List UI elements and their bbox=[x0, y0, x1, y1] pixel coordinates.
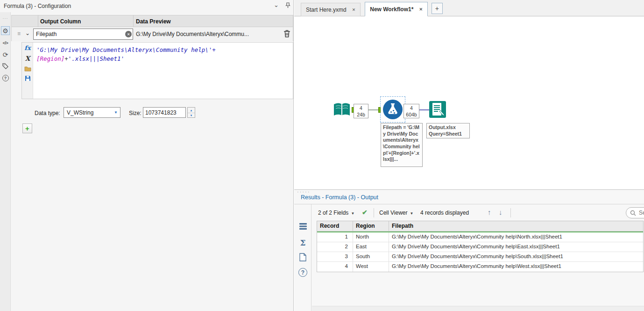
grid-header-row: Record Region Filepath bbox=[317, 221, 643, 231]
caret-down-icon: ▼ bbox=[410, 211, 413, 216]
results-title: Results - Formula (3) - Output bbox=[301, 194, 378, 201]
pin-icon[interactable] bbox=[285, 2, 290, 10]
next-arrow-icon[interactable]: ↓ bbox=[499, 208, 502, 216]
tab-label: Start Here.yxmd bbox=[306, 7, 347, 13]
cell-record: 4 bbox=[317, 262, 353, 272]
annotation-line: Output.xlsx bbox=[429, 124, 467, 131]
cell-viewer-dropdown[interactable]: Cell Viewer▼ bbox=[379, 210, 413, 216]
table-rows-icon[interactable] bbox=[294, 223, 311, 230]
row-chevron-icon[interactable]: ⌄ bbox=[25, 30, 30, 36]
spinner-down-icon[interactable]: ▼ bbox=[188, 113, 195, 118]
row-drag-handle[interactable]: ≡ bbox=[17, 30, 21, 37]
data-preview-value: G:\My Drive\My Documents\Alteryx\Commu..… bbox=[136, 31, 281, 37]
expression-toolbar: fx X bbox=[22, 43, 33, 99]
tab-close-icon[interactable]: ✕ bbox=[352, 7, 356, 12]
apply-check-icon[interactable]: ✔ bbox=[362, 209, 368, 216]
code-icon[interactable]: </> bbox=[1, 38, 10, 47]
formula-tool[interactable] bbox=[382, 99, 403, 121]
new-tab-button[interactable]: + bbox=[432, 3, 443, 14]
configuration-title: Formula (3) - Configuration bbox=[4, 3, 71, 9]
help-icon[interactable]: ? bbox=[294, 268, 311, 277]
tag-icon[interactable] bbox=[1, 62, 10, 71]
workspace: Start Here.yxmd ✕ New Workflow1* ✕ + 4 2… bbox=[294, 0, 644, 311]
expression-editor[interactable]: fx X 'G:\My Drive\My Documents\Alteryx\C… bbox=[21, 42, 293, 99]
output-data-tool[interactable] bbox=[429, 101, 446, 120]
configuration-titlebar: Formula (3) - Configuration ⌄ bbox=[0, 0, 293, 12]
expression-operator: + bbox=[64, 55, 68, 62]
config-icon-strip: ··· ⚙ </> ⟳ ? bbox=[0, 12, 11, 311]
records-displayed-label: 4 records displayed bbox=[420, 210, 469, 216]
workflow-canvas[interactable]: 4 24b 4 604b bbox=[294, 16, 644, 189]
tab-start-here[interactable]: Start Here.yxmd ✕ bbox=[301, 3, 361, 16]
output-column-header: Output Column bbox=[40, 18, 81, 25]
table-row[interactable]: 3 South G:\My Drive\My Documents\Alteryx… bbox=[317, 252, 643, 262]
help-icon[interactable]: ? bbox=[1, 73, 10, 82]
expression-text[interactable]: 'G:\My Drive\My Documents\Alteryx\Commun… bbox=[36, 46, 291, 64]
previous-arrow-icon[interactable]: ↑ bbox=[488, 208, 491, 216]
strip-grip[interactable]: ··· bbox=[0, 16, 11, 21]
column-header-record[interactable]: Record bbox=[317, 221, 353, 231]
file-icon[interactable] bbox=[294, 253, 311, 261]
expression-string-1: 'G:\My Drive\My Documents\Alteryx\Commun… bbox=[36, 46, 216, 53]
data-preview-header: Data Preview bbox=[136, 18, 171, 25]
cell-region: East bbox=[353, 242, 389, 252]
workflow-tabbar: Start Here.yxmd ✕ New Workflow1* ✕ + bbox=[294, 0, 644, 16]
output-annotation[interactable]: Output.xlsx Query=Sheet1 bbox=[426, 123, 470, 138]
header-separator bbox=[38, 15, 38, 27]
search-input[interactable] bbox=[639, 210, 644, 216]
header-separator bbox=[133, 15, 134, 27]
annotation-line: Query=Sheet1 bbox=[429, 131, 467, 137]
variables-icon[interactable]: X bbox=[22, 55, 33, 62]
column-header-region[interactable]: Region bbox=[353, 221, 389, 231]
open-folder-icon[interactable] bbox=[22, 66, 33, 73]
cell-filepath: G:\My Drive\My Documents\Alteryx\Communi… bbox=[389, 252, 643, 261]
cell-filepath: G:\My Drive\My Documents\Alteryx\Communi… bbox=[389, 242, 643, 252]
data-size: 24b bbox=[354, 111, 368, 118]
search-icon bbox=[630, 210, 636, 216]
settings-icon[interactable]: ⚙ bbox=[1, 26, 10, 35]
connection-2-label: 4 604b bbox=[403, 104, 419, 118]
horizontal-scrollbar[interactable] bbox=[312, 306, 644, 311]
add-column-button[interactable]: + bbox=[22, 123, 32, 133]
collapse-chevron-icon[interactable]: ⌄ bbox=[274, 1, 279, 8]
caret-down-icon: ▼ bbox=[351, 211, 354, 216]
table-row[interactable]: 2 East G:\My Drive\My Documents\Alteryx\… bbox=[317, 242, 643, 252]
table-row[interactable]: 4 West G:\My Drive\My Documents\Alteryx\… bbox=[317, 262, 643, 272]
results-icon-strip: Σ ? bbox=[294, 204, 311, 311]
delete-row-icon[interactable] bbox=[283, 29, 290, 39]
functions-icon[interactable]: fx bbox=[22, 44, 33, 51]
record-count: 4 bbox=[354, 105, 368, 111]
refresh-icon[interactable]: ⟳ bbox=[1, 50, 10, 59]
table-row[interactable]: 1 North G:\My Drive\My Documents\Alteryx… bbox=[317, 232, 643, 242]
fields-dropdown[interactable]: 2 of 2 Fields▼ bbox=[318, 210, 354, 216]
cell-filepath: G:\My Drive\My Documents\Alteryx\Communi… bbox=[389, 232, 643, 242]
output-column-header-row: Output Column Data Preview bbox=[11, 15, 293, 27]
clear-field-icon[interactable]: ✕ bbox=[125, 31, 132, 37]
book-icon bbox=[333, 101, 351, 119]
configuration-panel: Formula (3) - Configuration ⌄ ··· ⚙ </> … bbox=[0, 0, 294, 311]
dropdown-caret-icon: ▼ bbox=[114, 110, 118, 115]
cell-record: 3 bbox=[317, 252, 353, 261]
tab-close-icon[interactable]: ✕ bbox=[419, 7, 423, 12]
flask-icon bbox=[382, 99, 403, 120]
column-header-filepath[interactable]: Filepath bbox=[389, 221, 643, 231]
save-expression-icon[interactable] bbox=[22, 75, 33, 83]
tab-label: New Workflow1* bbox=[370, 6, 413, 13]
tab-new-workflow[interactable]: New Workflow1* ✕ bbox=[365, 2, 428, 16]
size-input[interactable] bbox=[143, 107, 186, 118]
document-icon bbox=[429, 101, 446, 118]
input-data-tool[interactable] bbox=[333, 101, 351, 121]
output-column-input[interactable] bbox=[33, 29, 133, 40]
data-type-value: V_WString bbox=[67, 109, 93, 116]
cell-filepath: G:\My Drive\My Documents\Alteryx\Communi… bbox=[389, 262, 643, 272]
sigma-icon[interactable]: Σ bbox=[294, 238, 311, 247]
spinner-up-icon[interactable]: ▲ bbox=[188, 108, 195, 113]
search-box[interactable] bbox=[626, 207, 644, 218]
data-type-label: Data type: bbox=[35, 110, 60, 116]
cell-region: West bbox=[353, 262, 389, 272]
data-type-dropdown[interactable]: V_WString ▼ bbox=[64, 107, 120, 118]
cell-record: 2 bbox=[317, 242, 353, 252]
formula-annotation[interactable]: Filepath = 'G:\My Drive\My Documents\Alt… bbox=[381, 123, 423, 167]
input-anchor[interactable] bbox=[378, 107, 381, 113]
results-panel: ····· Results - Formula (3) - Output Σ ?… bbox=[294, 189, 644, 311]
